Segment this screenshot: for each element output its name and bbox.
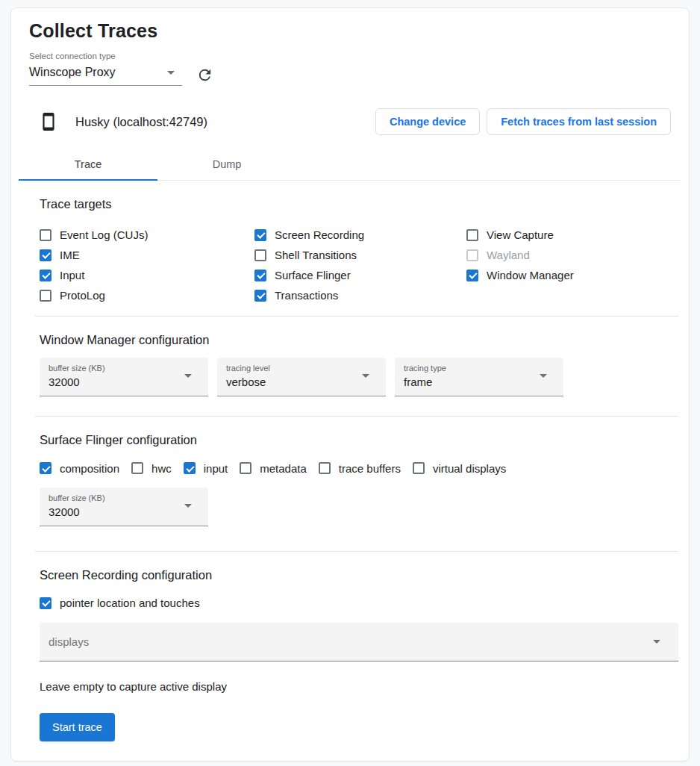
header: Collect Traces Select connection type Wi… — [19, 17, 681, 86]
displays-hint-text: Leave empty to capture active display — [40, 680, 678, 693]
checkbox-label: Surface Flinger — [275, 269, 351, 281]
wm-config-heading: Window Manager configuration — [40, 333, 678, 347]
checkbox-label: Wayland — [487, 249, 530, 261]
checkbox-hwc[interactable]: hwc — [131, 459, 172, 477]
select-value: verbose — [226, 376, 270, 388]
wm-tracing-level-select[interactable]: tracing level verbose — [217, 358, 386, 396]
sf-flags-row: composition hwc input metadata trace buf… — [40, 459, 678, 477]
checkbox-composition[interactable]: composition — [40, 459, 119, 477]
checkbox-label: input — [204, 462, 228, 475]
checkbox-wayland: Wayland — [466, 245, 678, 265]
checkbox-virtual-displays[interactable]: virtual displays — [413, 459, 506, 477]
fetch-traces-button[interactable]: Fetch traces from last session — [487, 108, 671, 135]
dropdown-arrow-icon — [184, 374, 192, 378]
trace-targets-grid: Event Log (CUJs) IME Input ProtoLog — [40, 225, 678, 305]
checkbox-label: composition — [60, 462, 119, 475]
tab-bar: Trace Dump — [19, 149, 681, 181]
checkbox-label: ProtoLog — [60, 289, 105, 302]
checkbox-label: Transactions — [275, 289, 338, 302]
tab-trace[interactable]: Trace — [19, 149, 157, 181]
checkbox-pointer-location[interactable]: pointer location and touches — [40, 593, 678, 613]
connection-type-value: Winscope Proxy — [29, 66, 116, 79]
checkbox-box — [466, 229, 478, 241]
select-value: 32000 — [49, 505, 105, 518]
connection-type-label: Select connection type — [29, 52, 671, 60]
trace-targets-heading: Trace targets — [40, 197, 678, 211]
displays-select[interactable]: displays — [40, 623, 678, 661]
start-trace-button[interactable]: Start trace — [40, 713, 115, 741]
checkbox-label: Window Manager — [487, 269, 574, 281]
checkbox-box — [240, 462, 251, 474]
checkbox-screen-recording[interactable]: Screen Recording — [254, 225, 466, 245]
sr-config-heading: Screen Recording configuration — [40, 568, 678, 582]
checkbox-label: trace buffers — [339, 462, 401, 475]
select-label: buffer size (KB) — [49, 493, 105, 502]
page-title: Collect Traces — [29, 20, 671, 42]
checkbox-label: Shell Transitions — [275, 249, 357, 261]
refresh-connection-button[interactable] — [194, 64, 215, 85]
checkbox-box — [254, 249, 266, 261]
checkbox-box — [254, 270, 266, 281]
checkbox-protolog[interactable]: ProtoLog — [40, 285, 254, 305]
dropdown-arrow-icon — [362, 374, 369, 378]
select-label: tracing level — [226, 364, 270, 373]
tab-dump[interactable]: Dump — [157, 149, 296, 180]
select-value: 32000 — [49, 376, 105, 388]
checkbox-box — [254, 229, 266, 241]
checkbox-box — [466, 270, 478, 281]
checkbox-label: IME — [60, 249, 80, 261]
checkbox-box — [40, 597, 51, 609]
dropdown-arrow-icon — [653, 640, 660, 644]
checkbox-box — [40, 290, 51, 302]
connection-type-select[interactable]: Winscope Proxy — [29, 62, 182, 86]
select-value: frame — [404, 376, 446, 388]
checkbox-box — [319, 462, 331, 474]
checkbox-window-manager[interactable]: Window Manager — [466, 265, 678, 285]
checkbox-shell-transitions[interactable]: Shell Transitions — [254, 245, 466, 265]
select-label: tracing type — [404, 364, 446, 373]
dropdown-arrow-icon — [540, 374, 547, 378]
dropdown-arrow-icon — [184, 504, 192, 508]
checkbox-box — [40, 229, 51, 241]
dropdown-arrow-icon — [167, 71, 175, 75]
section-divider — [35, 551, 678, 552]
checkbox-label: View Capture — [487, 228, 554, 241]
checkbox-metadata[interactable]: metadata — [240, 459, 307, 477]
sf-config-heading: Surface Flinger configuration — [40, 433, 678, 447]
checkbox-sf-input[interactable]: input — [184, 459, 228, 477]
checkbox-view-capture[interactable]: View Capture — [466, 225, 678, 245]
checkbox-label: pointer location and touches — [60, 597, 200, 609]
checkbox-label: metadata — [260, 462, 307, 475]
checkbox-label: hwc — [151, 462, 172, 475]
checkbox-event-log-cujs[interactable]: Event Log (CUJs) — [40, 225, 254, 245]
checkbox-box — [40, 462, 51, 474]
checkbox-trace-buffers[interactable]: trace buffers — [319, 459, 401, 477]
collect-traces-card: Collect Traces Select connection type Wi… — [10, 7, 690, 762]
smartphone-icon — [38, 110, 59, 133]
checkbox-box — [131, 462, 143, 474]
checkbox-label: Event Log (CUJs) — [60, 228, 148, 241]
checkbox-box — [40, 249, 51, 261]
checkbox-label: Screen Recording — [275, 228, 364, 241]
checkbox-input[interactable]: Input — [40, 265, 254, 285]
checkbox-box — [413, 462, 425, 474]
checkbox-box — [40, 270, 51, 281]
wm-tracing-type-select[interactable]: tracing type frame — [395, 358, 563, 396]
section-divider — [35, 416, 678, 417]
checkbox-label: virtual displays — [433, 462, 506, 475]
checkbox-transactions[interactable]: Transactions — [254, 285, 466, 305]
checkbox-ime[interactable]: IME — [40, 245, 254, 265]
wm-buffer-size-select[interactable]: buffer size (KB) 32000 — [40, 358, 208, 396]
checkbox-box — [254, 290, 266, 302]
checkbox-surface-flinger[interactable]: Surface Flinger — [254, 265, 466, 285]
section-divider — [35, 316, 678, 317]
checkbox-box — [184, 462, 196, 474]
trace-tab-content: Trace targets Event Log (CUJs) IME Input — [19, 197, 681, 741]
sf-buffer-size-select[interactable]: buffer size (KB) 32000 — [40, 488, 208, 526]
change-device-button[interactable]: Change device — [375, 108, 480, 135]
device-row: Husky (localhost:42749) Change device Fe… — [19, 105, 681, 138]
checkbox-label: Input — [60, 269, 84, 281]
displays-select-placeholder: displays — [49, 635, 89, 648]
refresh-icon — [196, 66, 213, 84]
checkbox-box — [466, 249, 478, 261]
